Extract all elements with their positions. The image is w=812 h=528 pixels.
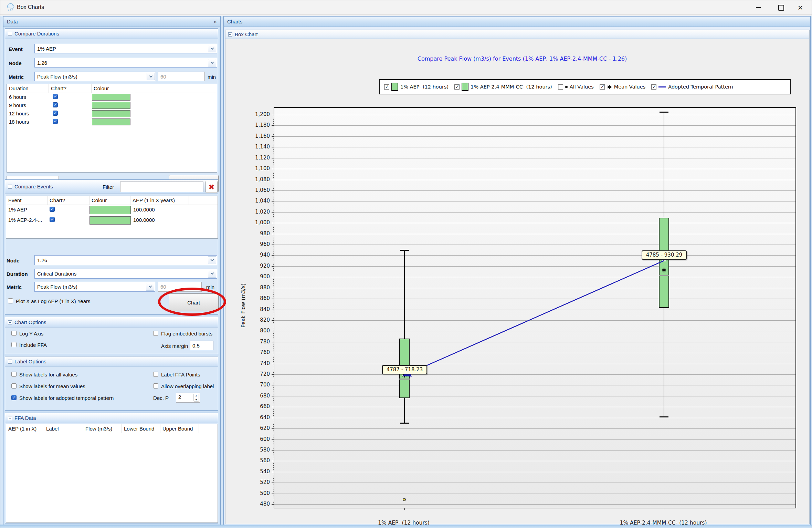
label-ffa-points-checkbox[interactable] xyxy=(153,372,158,377)
legend-checkbox[interactable] xyxy=(558,84,563,90)
y-tick-label: 760 xyxy=(242,349,270,355)
y-tick-label: 480 xyxy=(242,501,270,507)
y-tick-label: 880 xyxy=(242,284,270,291)
table-row: 9 hours xyxy=(7,101,217,110)
filter-input[interactable] xyxy=(120,182,203,192)
legend-checkbox[interactable] xyxy=(651,84,656,90)
y-tick-label: 820 xyxy=(242,317,270,323)
log-y-axis-checkbox[interactable] xyxy=(11,331,17,336)
colour-swatch[interactable] xyxy=(92,118,130,125)
colour-swatch[interactable] xyxy=(92,110,130,117)
labels-adopted-checkbox[interactable] xyxy=(11,395,17,400)
chevron-down-icon[interactable] xyxy=(208,270,216,278)
y-tick xyxy=(272,418,274,418)
y-tick-label: 500 xyxy=(242,490,270,496)
label-ffa-points-label: Label FFA Points xyxy=(161,372,200,377)
y-tick-label: 1,100 xyxy=(242,165,270,172)
app-cloud-icon xyxy=(6,3,15,12)
legend-checkbox[interactable] xyxy=(454,84,460,90)
y-tick-label: 1,040 xyxy=(242,198,270,204)
box-chart-header[interactable]: Box Chart xyxy=(225,30,809,39)
column-header: Flow (m3/s) xyxy=(83,424,122,433)
labels-all-values-checkbox[interactable] xyxy=(11,372,17,377)
event-select[interactable]: 1% AEP xyxy=(34,44,217,53)
events-node-select[interactable]: 1.26 xyxy=(34,255,217,265)
include-ffa-checkbox[interactable] xyxy=(11,342,17,347)
collapse-section-icon[interactable] xyxy=(8,320,12,324)
metric-select[interactable]: Peak Flow (m3/s) xyxy=(34,72,156,81)
y-tick-label: 1,180 xyxy=(242,122,270,128)
events-metric-select[interactable]: Peak Flow (m3/s) xyxy=(34,282,155,292)
chevron-down-icon[interactable] xyxy=(208,59,216,66)
colour-swatch[interactable] xyxy=(92,94,130,101)
log-y-axis-label: Log Y Axis xyxy=(19,331,43,337)
all-values-dot-icon xyxy=(565,86,568,88)
column-header: Upper Bound xyxy=(160,424,199,433)
duration-cell: 12 hours xyxy=(9,111,29,116)
maximize-button[interactable] xyxy=(773,2,789,13)
metric-minutes-input[interactable] xyxy=(158,72,205,81)
plot-x-log-checkbox[interactable] xyxy=(8,298,13,303)
point-value-label: 4785 - 930.29 xyxy=(642,250,687,260)
collapse-section-icon[interactable] xyxy=(228,32,232,37)
chevron-down-icon[interactable] xyxy=(208,256,216,264)
collapse-section-icon[interactable] xyxy=(8,360,12,364)
allow-overlap-checkbox[interactable] xyxy=(153,383,158,389)
chart-checkbox[interactable] xyxy=(53,119,58,124)
stepper-arrows-icon[interactable]: ▲▼ xyxy=(193,394,199,402)
collapse-section-icon[interactable] xyxy=(8,32,12,36)
ffa-data-header[interactable]: FFA Data xyxy=(5,413,218,423)
minimize-button[interactable] xyxy=(750,2,766,13)
y-tick-label: 960 xyxy=(242,241,270,247)
annotation-red-ellipse xyxy=(158,288,226,316)
legend-checkbox[interactable] xyxy=(384,84,389,90)
chart-checkbox[interactable] xyxy=(50,207,55,212)
events-table: Event Chart? Colour AEP (1 in X years) 1… xyxy=(6,196,218,239)
y-tick xyxy=(272,472,274,472)
compare-durations-header[interactable]: Compare Durations xyxy=(5,29,218,39)
legend-label: Adopted Temporal Pattern xyxy=(668,84,733,90)
node-select[interactable]: 1.26 xyxy=(34,58,217,68)
labels-mean-values-label: Show labels for mean values xyxy=(19,383,85,389)
y-tick-label: 1,060 xyxy=(242,187,270,193)
chevron-down-icon[interactable] xyxy=(146,283,154,291)
legend-checkbox[interactable] xyxy=(600,84,605,90)
close-button[interactable]: × xyxy=(792,2,808,13)
colour-swatch[interactable] xyxy=(92,102,130,109)
labels-mean-values-checkbox[interactable] xyxy=(11,383,17,389)
metric-value: Peak Flow (m3/s) xyxy=(37,284,77,290)
dec-p-stepper[interactable]: 2 ▲▼ xyxy=(176,393,200,403)
include-ffa-label: Include FFA xyxy=(19,342,47,348)
column-header: Label xyxy=(44,424,83,433)
chevron-down-icon[interactable] xyxy=(208,45,216,52)
collapse-section-icon[interactable] xyxy=(8,185,12,189)
collapse-panel-icon[interactable]: « xyxy=(214,19,217,25)
legend-item: All Values xyxy=(558,84,594,90)
flag-bursts-label: Flag embedded bursts xyxy=(161,331,212,337)
y-tick-label: 600 xyxy=(242,436,270,442)
label-options-header[interactable]: Label Options xyxy=(5,356,218,367)
y-tick-label: 900 xyxy=(242,273,270,280)
chart-checkbox[interactable] xyxy=(53,111,58,116)
chart-checkbox[interactable] xyxy=(53,102,58,107)
chart-checkbox[interactable] xyxy=(53,94,58,99)
colour-swatch[interactable] xyxy=(89,206,131,214)
y-tick xyxy=(272,396,274,396)
y-tick-label: 560 xyxy=(242,457,270,464)
clear-filter-button[interactable]: ✖ xyxy=(205,181,218,193)
legend-label: Mean Values xyxy=(614,84,646,90)
chart-options-header[interactable]: Chart Options xyxy=(5,317,218,328)
flag-bursts-checkbox[interactable] xyxy=(153,331,158,336)
chart-checkbox[interactable] xyxy=(50,217,55,222)
y-tick-label: 980 xyxy=(242,230,270,237)
y-tick-label: 1,020 xyxy=(242,209,270,215)
legend-label: 1% AEP- (12 hours) xyxy=(400,84,449,90)
ffa-table: AEP (1 in X)LabelFlow (m3/s)Lower BoundU… xyxy=(6,424,218,523)
colour-swatch[interactable] xyxy=(89,216,131,225)
axis-margin-input[interactable] xyxy=(190,341,213,350)
y-tick xyxy=(272,115,274,115)
collapse-section-icon[interactable] xyxy=(8,416,12,420)
events-duration-select[interactable]: Critical Durations xyxy=(34,269,217,279)
chevron-down-icon[interactable] xyxy=(147,73,155,80)
labels-adopted-label: Show labels for adopted temporal pattern xyxy=(19,395,114,401)
